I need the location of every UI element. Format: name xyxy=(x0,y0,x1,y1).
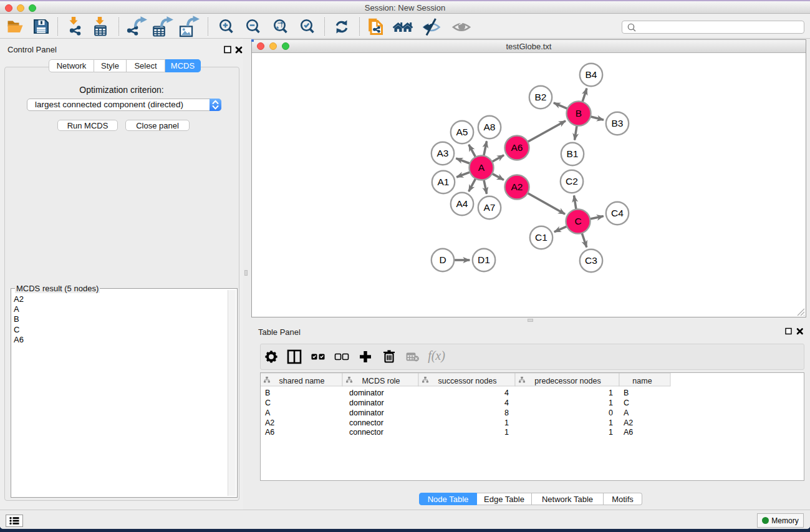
svg-text:shared name: shared name xyxy=(279,377,325,385)
svg-text:C: C xyxy=(624,399,629,407)
svg-text:successor nodes: successor nodes xyxy=(438,377,497,385)
svg-text:B1: B1 xyxy=(567,148,579,159)
svg-text:B: B xyxy=(576,108,582,118)
svg-text:D: D xyxy=(439,254,446,265)
svg-text:C3: C3 xyxy=(585,255,597,266)
svg-text:C1: C1 xyxy=(535,232,547,243)
svg-text:1: 1 xyxy=(504,418,509,427)
svg-text:A8: A8 xyxy=(484,122,496,132)
svg-text:A6: A6 xyxy=(511,142,523,153)
svg-text:A5: A5 xyxy=(456,127,468,137)
svg-text:A3: A3 xyxy=(437,148,449,158)
svg-text:A6: A6 xyxy=(265,428,274,437)
svg-text:A1: A1 xyxy=(438,177,450,187)
svg-text:C: C xyxy=(574,216,581,226)
svg-text:f(x): f(x) xyxy=(428,349,445,363)
svg-text:1: 1 xyxy=(609,418,613,427)
svg-text:4: 4 xyxy=(504,399,509,407)
svg-text:C: C xyxy=(265,399,271,407)
svg-text:name: name xyxy=(632,377,652,385)
svg-text:MCDS role: MCDS role xyxy=(362,377,400,385)
svg-text:B3: B3 xyxy=(612,118,624,128)
svg-text:B2: B2 xyxy=(535,92,547,102)
svg-text:1: 1 xyxy=(609,389,613,397)
svg-text:A7: A7 xyxy=(484,202,496,213)
svg-text:A2: A2 xyxy=(265,418,274,427)
svg-text:dominator: dominator xyxy=(349,399,384,407)
svg-text:1: 1 xyxy=(609,428,613,437)
svg-text:A6: A6 xyxy=(624,428,633,437)
svg-text:1: 1 xyxy=(609,399,613,407)
svg-text:1: 1 xyxy=(504,428,509,437)
svg-text:dominator: dominator xyxy=(349,389,384,397)
svg-text:B: B xyxy=(624,389,629,397)
svg-text:dominator: dominator xyxy=(349,409,384,417)
svg-text:B4: B4 xyxy=(586,69,597,80)
svg-text:A: A xyxy=(265,409,271,417)
svg-text:A2: A2 xyxy=(624,418,633,427)
svg-text:connector: connector xyxy=(349,428,383,437)
svg-text:A: A xyxy=(624,409,629,417)
svg-text:predecessor nodes: predecessor nodes xyxy=(534,377,600,385)
svg-text:A2: A2 xyxy=(511,181,523,192)
svg-text:C4: C4 xyxy=(611,208,624,218)
svg-text:D1: D1 xyxy=(478,254,490,265)
svg-text:4: 4 xyxy=(504,389,509,397)
svg-text:connector: connector xyxy=(349,418,383,427)
svg-text:B: B xyxy=(265,389,270,397)
svg-text:C2: C2 xyxy=(566,176,578,186)
svg-text:A: A xyxy=(478,162,485,173)
svg-text:0: 0 xyxy=(609,409,613,417)
svg-text:A4: A4 xyxy=(456,198,468,209)
svg-text:8: 8 xyxy=(504,409,509,417)
